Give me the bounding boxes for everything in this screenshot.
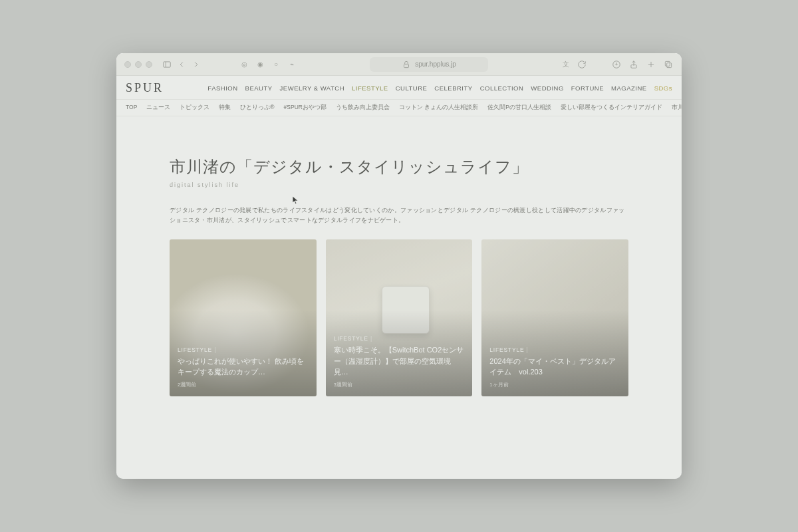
extension-icon-4[interactable]: ⌁ [287, 59, 297, 70]
page-title: 市川渚の「デジタル・スタイリッシュライフ」 [170, 156, 628, 178]
back-button[interactable] [176, 59, 187, 70]
article-time: 3週間前 [334, 382, 465, 388]
article-title: 寒い時季こそ。【SwitchBot CO2センサー（温湿度計）】で部屋の空気環境… [334, 344, 465, 378]
minimize-window-button[interactable] [135, 61, 142, 68]
page-description: デジタル テクノロジーの発展で私たちのライフスタイルはどう変化していくのか。ファ… [170, 205, 628, 226]
share-icon[interactable] [628, 59, 639, 70]
nav-item-beauty[interactable]: BEAUTY [245, 84, 273, 92]
subnav-item[interactable]: トピックス [180, 104, 209, 112]
reload-button[interactable] [577, 59, 587, 70]
page-subtitle: digital stylish life [170, 182, 628, 188]
nav-item-sdgs[interactable]: SDGs [654, 84, 672, 92]
address-bar[interactable]: spur.hpplus.jp [370, 57, 488, 72]
article-category: LIFESTYLE [334, 335, 465, 342]
nav-item-culture[interactable]: CULTURE [396, 84, 428, 92]
subnav-item[interactable]: ニュース [146, 104, 170, 112]
subnav-item[interactable]: うち飲み向上委員会 [336, 104, 390, 112]
new-tab-button[interactable] [646, 59, 656, 70]
main-nav: FASHIONBEAUTYJEWELRY & WATCHLIFESTYLECUL… [207, 84, 672, 92]
article-title: 2024年の「マイ・ベスト」デジタルアイテム vol.203 [489, 356, 620, 378]
browser-window: ◎ ◉ ○ ⌁ spur.hpplus.jp ⽂ [116, 53, 682, 479]
nav-item-fashion[interactable]: FASHION [207, 84, 237, 92]
svg-rect-2 [404, 64, 409, 67]
subnav-item[interactable]: 佐久間Pの甘口人生相談 [487, 104, 551, 112]
close-window-button[interactable] [124, 61, 131, 68]
site-header: SPUR FASHIONBEAUTYJEWELRY & WATCHLIFESTY… [116, 76, 682, 100]
article-time: 2週間前 [178, 382, 309, 388]
article-card[interactable]: LIFESTYLE 2024年の「マイ・ベスト」デジタルアイテム vol.203… [481, 239, 628, 396]
article-card[interactable]: LIFESTYLE 寒い時季こそ。【SwitchBot CO2センサー（温湿度計… [326, 239, 473, 396]
svg-rect-7 [665, 61, 670, 66]
extension-icon[interactable]: ◎ [239, 59, 249, 70]
sub-nav: TOPニューストピックス特集ひとりっぷ®#SPURおやつ部うち飲み向上委員会コッ… [116, 100, 682, 116]
extension-icon-2[interactable]: ◉ [255, 59, 265, 70]
svg-rect-0 [164, 61, 171, 66]
nav-item-fortune[interactable]: FORTUNE [571, 84, 604, 92]
maximize-window-button[interactable] [146, 61, 152, 68]
site-logo[interactable]: SPUR [126, 81, 164, 95]
traffic-lights [124, 61, 152, 68]
lock-icon [402, 60, 411, 69]
tabs-overview-button[interactable] [663, 59, 674, 70]
browser-chrome: ◎ ◉ ○ ⌁ spur.hpplus.jp ⽂ [116, 53, 682, 76]
sidebar-toggle-icon[interactable] [162, 59, 172, 70]
nav-item-lifestyle[interactable]: LIFESTYLE [352, 84, 388, 92]
article-card[interactable]: LIFESTYLE やっぱりこれが使いやすい！ 飲み頃をキープする魔法のカップ…… [170, 239, 317, 396]
download-icon[interactable] [611, 59, 622, 70]
extension-icon-3[interactable]: ○ [271, 59, 281, 70]
article-title: やっぱりこれが使いやすい！ 飲み頃をキープする魔法のカップ… [178, 356, 309, 378]
subnav-item[interactable]: 市川渚の「デジタル [672, 104, 682, 112]
nav-item-collection[interactable]: COLLECTION [480, 84, 524, 92]
url-text: spur.hpplus.jp [415, 61, 456, 68]
article-category: LIFESTYLE [489, 346, 620, 353]
translate-icon[interactable]: ⽂ [561, 59, 571, 70]
subnav-item[interactable]: 特集 [219, 104, 231, 112]
nav-item-magazine[interactable]: MAGAZINE [611, 84, 647, 92]
page-content: 市川渚の「デジタル・スタイリッシュライフ」 digital stylish li… [116, 116, 682, 479]
article-cards: LIFESTYLE やっぱりこれが使いやすい！ 飲み頃をキープする魔法のカップ…… [170, 239, 628, 396]
subnav-item[interactable]: コットン きょんの人生相談所 [399, 104, 478, 112]
subnav-item[interactable]: TOP [126, 104, 137, 112]
nav-item-wedding[interactable]: WEDDING [531, 84, 563, 92]
subnav-item[interactable]: ひとりっぷ® [240, 104, 274, 112]
nav-item-jewelry-watch[interactable]: JEWELRY & WATCH [280, 84, 344, 92]
forward-button[interactable] [191, 59, 201, 70]
subnav-item[interactable]: 愛しい部屋をつくるインテリアガイド [561, 104, 662, 112]
article-time: 1ヶ月前 [489, 382, 620, 388]
article-category: LIFESTYLE [178, 346, 309, 353]
subnav-item[interactable]: #SPURおやつ部 [284, 104, 327, 112]
nav-item-celebrity[interactable]: CELEBRITY [434, 84, 472, 92]
svg-rect-8 [667, 63, 672, 67]
